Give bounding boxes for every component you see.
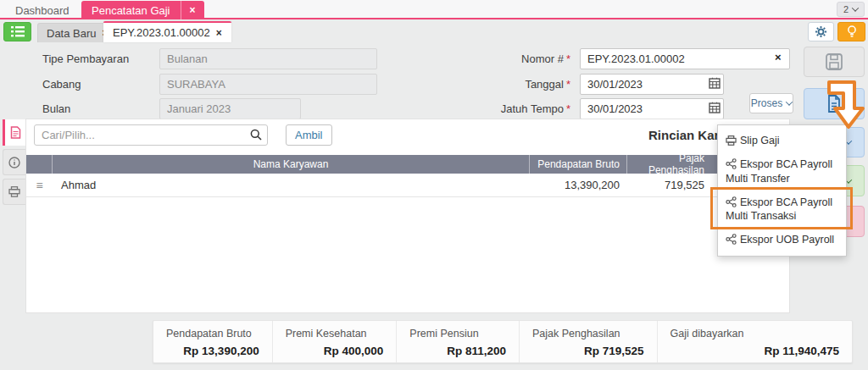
share-icon xyxy=(726,234,737,245)
required-marker: * xyxy=(566,78,570,91)
side-tab-print[interactable] xyxy=(3,179,25,205)
table-row[interactable]: ≡ Ahmad 13,390,200 719,525 xyxy=(26,174,789,197)
cell-pajak: 719,525 xyxy=(626,179,711,191)
side-tab-detail[interactable] xyxy=(3,119,25,146)
tab-data-baru-label: Data Baru xyxy=(47,27,97,40)
close-icon[interactable]: × xyxy=(216,27,222,39)
notification-count: 2 xyxy=(843,4,849,14)
cell-nama: Ahmad xyxy=(53,179,529,191)
printer-icon xyxy=(726,135,737,146)
side-tab-info[interactable] xyxy=(3,149,25,175)
tab-document-label: EPY.2023.01.00002 xyxy=(113,26,210,39)
col-pajak-penghasilan: Pajak Penghasilan xyxy=(626,155,711,174)
cabang-field xyxy=(159,74,377,95)
chevron-down-icon xyxy=(786,98,793,105)
export-document-button[interactable] xyxy=(804,88,865,119)
app-window: Dashboard Pencatatan Gaji × 2 Data Baru … xyxy=(0,0,868,370)
gear-icon xyxy=(815,25,827,38)
summary-premi-pensiun: Premi Pensiun Rp 811,200 xyxy=(396,321,519,362)
printer-icon xyxy=(8,186,20,197)
field-label-tanggal: Tanggal* xyxy=(470,78,570,91)
summary-bar: Pendapatan Bruto Rp 13,390,200 Premi Kes… xyxy=(153,320,853,363)
settings-button[interactable] xyxy=(808,22,834,41)
menu-item-ekspor-uob-payroll[interactable]: Ekspor UOB Payroll xyxy=(718,228,846,251)
clear-icon[interactable]: × xyxy=(775,51,782,64)
detail-panel xyxy=(25,119,790,313)
required-marker: * xyxy=(566,102,570,115)
tanggal-field[interactable] xyxy=(580,74,724,95)
field-label-jatuh-tempo: Jatuh Tempo* xyxy=(470,102,570,115)
table-header: Nama Karyawan Pendapatan Bruto Pajak Pen… xyxy=(26,155,789,174)
proses-button[interactable]: Proses xyxy=(749,93,793,113)
close-icon[interactable]: × xyxy=(181,1,204,19)
tab-pencatatan-gaji-label: Pencatatan Gaji xyxy=(81,1,181,19)
search-icon xyxy=(250,129,262,144)
menu-item-ekspor-bca-multi-transaksi[interactable]: Ekspor BCA Payroll Multi Transaksi xyxy=(718,191,846,229)
menu-item-ekspor-bca-multi-transfer[interactable]: Ekspor BCA Payroll Multi Transfer xyxy=(718,152,846,191)
list-menu-button[interactable] xyxy=(3,22,31,41)
ambil-label: Ambil xyxy=(295,129,323,141)
tab-pencatatan-gaji[interactable]: Pencatatan Gaji × xyxy=(81,1,204,19)
summary-gaji-dibayarkan: Gaji dibayarkan Rp 11,940,475 xyxy=(657,321,852,362)
field-label-tipe-pembayaran: Tipe Pembayaran xyxy=(42,52,129,65)
info-icon xyxy=(8,157,20,168)
proses-label: Proses xyxy=(751,97,782,109)
summary-pendapatan-bruto: Pendapatan Bruto Rp 13,390,200 xyxy=(153,321,272,362)
document-icon xyxy=(826,95,842,113)
hint-button[interactable] xyxy=(837,22,865,41)
summary-pajak-penghasilan: Pajak Penghasilan Rp 719,525 xyxy=(519,321,657,362)
list-icon xyxy=(11,26,25,37)
tab-dashboard[interactable]: Dashboard xyxy=(5,2,80,19)
jatuh-tempo-field[interactable] xyxy=(580,98,724,119)
calendar-icon[interactable] xyxy=(709,77,721,92)
share-icon xyxy=(726,158,737,169)
field-label-bulan: Bulan xyxy=(42,102,70,115)
col-pendapatan-bruto: Pendapatan Bruto xyxy=(529,155,626,174)
menu-item-slip-gaji[interactable]: Slip Gaji xyxy=(718,129,846,152)
annotation-highlight-box xyxy=(710,187,853,230)
calendar-icon[interactable] xyxy=(709,102,721,117)
drag-handle-icon[interactable]: ≡ xyxy=(36,179,42,192)
tipe-pembayaran-field xyxy=(159,48,377,69)
cell-bruto: 13,390,200 xyxy=(529,179,626,191)
search-field-wrap xyxy=(34,124,268,146)
lightbulb-icon xyxy=(847,25,857,38)
save-button[interactable] xyxy=(804,47,865,77)
notification-count-dropdown[interactable]: 2 xyxy=(837,2,865,17)
ambil-button[interactable]: Ambil xyxy=(286,124,332,146)
tab-document[interactable]: EPY.2023.01.00002 × xyxy=(103,21,231,42)
col-handle xyxy=(26,155,53,174)
share-icon xyxy=(726,196,737,207)
document-icon xyxy=(10,126,21,139)
nomor-field[interactable] xyxy=(580,48,790,69)
search-input[interactable] xyxy=(34,124,268,146)
bulan-field xyxy=(159,98,301,119)
export-dropdown-menu: Slip Gaji Ekspor BCA Payroll Multi Trans… xyxy=(717,124,847,257)
field-label-cabang: Cabang xyxy=(42,78,81,91)
col-nama-karyawan: Nama Karyawan xyxy=(53,158,529,170)
save-icon xyxy=(825,52,843,71)
field-label-nomor: Nomor #* xyxy=(470,52,570,65)
chevron-down-icon xyxy=(852,4,859,11)
summary-premi-kesehatan: Premi Kesehatan Rp 400,000 xyxy=(272,321,397,362)
required-marker: * xyxy=(566,52,570,65)
